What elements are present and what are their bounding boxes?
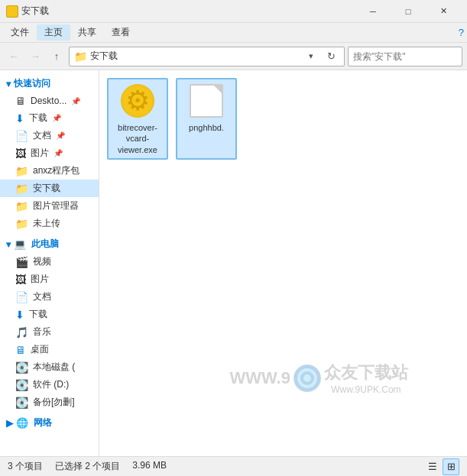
desktop-icon: 🖥 <box>15 95 26 107</box>
sidebar-item-backup-label: 备份[勿删] <box>33 396 75 409</box>
network-label: 网络 <box>34 416 52 429</box>
local-disk-icon: 💽 <box>15 361 28 374</box>
sidebar-item-docs-label: 文档 <box>33 129 51 142</box>
generic-icon <box>188 83 225 119</box>
search-box[interactable]: 🔍 <box>348 47 462 66</box>
content-area[interactable]: bitrecover-vcard-viewer.exe pnghhbd. WWW… <box>99 70 467 456</box>
address-refresh-button[interactable]: ↻ <box>323 48 339 65</box>
sidebar-item-document-label: 文档 <box>33 290 51 303</box>
view-buttons: ☰ ⊞ <box>424 458 459 475</box>
sidebar-item-soft-disk-label: 软件 (D:) <box>33 378 69 391</box>
sidebar-item-pictures[interactable]: 🖼 图片 📌 <box>0 144 99 162</box>
folder-imgmgr-icon: 📁 <box>15 200 28 212</box>
sidebar-item-andown[interactable]: 📁 安下载 <box>0 180 99 197</box>
title-bar: 安下载 ─ □ ✕ <box>0 0 467 23</box>
svg-point-0 <box>294 365 320 391</box>
watermark-text-left: WWW.9 <box>229 368 290 388</box>
folder-anxz-icon: 📁 <box>15 165 28 177</box>
download-icon: ⬇ <box>15 112 24 125</box>
search-input[interactable] <box>353 51 467 62</box>
sidebar-item-dl-label: 下载 <box>29 308 47 321</box>
sidebar-item-local-disk-label: 本地磁盘 ( <box>33 361 75 374</box>
soft-disk-icon: 💽 <box>15 379 28 391</box>
view-list-button[interactable]: ☰ <box>424 458 441 475</box>
sidebar-item-music-label: 音乐 <box>33 325 51 338</box>
sidebar-item-dl[interactable]: ⬇ 下载 <box>0 306 99 323</box>
sidebar-item-video[interactable]: 🎬 视频 <box>0 253 99 270</box>
sidebar-item-imgmgr-label: 图片管理器 <box>33 199 79 212</box>
titlebar-folder-icon <box>6 5 18 18</box>
sidebar-item-desktop2-label: 桌面 <box>31 343 49 356</box>
sidebar-item-docs[interactable]: 📄 文档 📌 <box>0 127 99 144</box>
sidebar-item-imgmgr[interactable]: 📁 图片管理器 <box>0 197 99 215</box>
watermark-text-block: 众友下载站 Www.9UPK.Com <box>324 361 408 395</box>
sidebar-item-unuploaded-label: 未上传 <box>33 217 60 230</box>
backup-icon: 💽 <box>15 397 28 409</box>
menu-share[interactable]: 共享 <box>70 24 104 40</box>
sidebar-quick-access-header[interactable]: ▾ 快速访问 <box>0 75 99 92</box>
pin-icon: 📌 <box>71 97 80 105</box>
sidebar-item-andown-label: 安下载 <box>33 182 60 195</box>
status-info: 3 个项目 已选择 2 个项目 3.96 MB <box>8 460 424 473</box>
help-icon[interactable]: ? <box>459 27 464 38</box>
sidebar-network-header[interactable]: ▶ 🌐 网络 <box>0 414 99 432</box>
status-size: 3.96 MB <box>132 460 167 473</box>
sidebar-item-video-label: 视频 <box>33 255 51 268</box>
video-icon: 🎬 <box>15 256 28 268</box>
menu-file[interactable]: 文件 <box>3 24 37 40</box>
sidebar-item-local-disk[interactable]: 💽 本地磁盘 ( <box>0 358 99 376</box>
svg-point-2 <box>303 374 311 382</box>
sidebar-item-anxz-label: anxz程序包 <box>33 164 79 177</box>
address-bar[interactable]: 📁 安下载 ▾ ↻ <box>69 47 345 66</box>
toolbar: ← → ↑ 📁 安下载 ▾ ↻ 🔍 <box>0 43 467 70</box>
minimize-button[interactable]: ─ <box>355 0 391 23</box>
sidebar-thispc-header[interactable]: ▾ 💻 此电脑 <box>0 235 99 253</box>
sidebar: ▾ 快速访问 🖥 Deskto... 📌 ⬇ 下载 📌 📄 文档 📌 🖼 图片 … <box>0 70 99 456</box>
sidebar-item-document[interactable]: 📄 文档 <box>0 288 99 306</box>
sidebar-item-download[interactable]: ⬇ 下载 📌 <box>0 109 99 127</box>
menu-bar: 文件 主页 共享 查看 ? <box>0 23 467 43</box>
sidebar-item-pic-label: 图片 <box>31 273 49 286</box>
up-button[interactable]: ↑ <box>47 47 66 66</box>
file-item-generic[interactable]: pnghhbd. <box>176 78 237 160</box>
sidebar-item-pic[interactable]: 🖼 图片 <box>0 270 99 288</box>
sidebar-item-anxz[interactable]: 📁 anxz程序包 <box>0 162 99 180</box>
back-button[interactable]: ← <box>5 47 23 66</box>
sidebar-item-music[interactable]: 🎵 音乐 <box>0 323 99 341</box>
menu-view[interactable]: 查看 <box>104 24 138 40</box>
sidebar-item-pictures-label: 图片 <box>31 147 49 160</box>
status-bar: 3 个项目 已选择 2 个项目 3.96 MB ☰ ⊞ <box>0 456 467 476</box>
network-icon: 🌐 <box>16 417 28 429</box>
maximize-button[interactable]: □ <box>391 0 426 23</box>
address-folder-icon: 📁 <box>74 50 87 63</box>
sidebar-item-unuploaded[interactable]: 📁 未上传 <box>0 215 99 232</box>
watermark-url: Www.9UPK.Com <box>331 384 401 395</box>
pin-icon-3: 📌 <box>56 131 65 140</box>
file-item-exe[interactable]: bitrecover-vcard-viewer.exe <box>107 78 168 160</box>
quick-access-label: 快速访问 <box>14 77 50 90</box>
main-area: ▾ 快速访问 🖥 Deskto... 📌 ⬇ 下载 📌 📄 文档 📌 🖼 图片 … <box>0 70 467 456</box>
view-grid-button[interactable]: ⊞ <box>443 458 459 475</box>
menu-home[interactable]: 主页 <box>37 24 70 40</box>
exe-icon <box>119 83 156 119</box>
titlebar-title: 安下载 <box>21 5 355 18</box>
desktop2-icon: 🖥 <box>15 344 26 356</box>
address-text: 安下载 <box>90 50 300 63</box>
forward-button[interactable]: → <box>26 47 44 66</box>
watermark-text-zhongyou: 众友下载站 <box>324 361 408 384</box>
pictures-icon: 🖼 <box>15 147 26 160</box>
generic-file-graphic <box>190 84 223 118</box>
sidebar-item-soft-disk[interactable]: 💽 软件 (D:) <box>0 376 99 393</box>
quick-access-icon: ▾ <box>6 79 11 89</box>
thispc-expand-icon: ▾ <box>6 239 11 250</box>
status-selected: 已选择 2 个项目 <box>55 460 120 473</box>
sidebar-item-desktop2[interactable]: 🖥 桌面 <box>0 341 99 358</box>
pin-icon-4: 📌 <box>54 149 63 157</box>
sidebar-item-desktop[interactable]: 🖥 Deskto... 📌 <box>0 92 99 109</box>
sidebar-item-backup[interactable]: 💽 备份[勿删] <box>0 393 99 411</box>
pic-icon: 🖼 <box>15 274 26 286</box>
close-button[interactable]: ✕ <box>426 0 461 23</box>
pin-icon-2: 📌 <box>52 114 61 122</box>
address-dropdown-button[interactable]: ▾ <box>303 48 319 65</box>
titlebar-buttons: ─ □ ✕ <box>355 0 461 23</box>
